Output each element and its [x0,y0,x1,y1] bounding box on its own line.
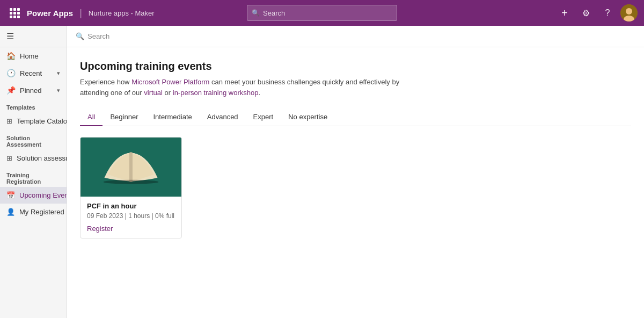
card-meta-pcf: 09 Feb 2023 | 1 hours | 0% full [87,212,175,220]
recent-chevron: ▾ [57,70,60,77]
grid-icon[interactable] [6,5,23,21]
topbar: Power Apps | Nurture apps - Maker 🔍 Sear… [0,0,644,26]
avatar[interactable] [620,4,638,21]
templates-section-label: Templates [0,99,67,113]
tab-beginner[interactable]: Beginner [103,109,145,126]
my-registered-events-icon: 👤 [6,208,15,216]
pinned-icon: 📌 [6,86,16,95]
tab-intermediate[interactable]: Intermediate [146,109,200,126]
sidebar-item-my-registered-events[interactable]: 👤 My Registered Events [0,204,67,220]
subtitle-link-in-person[interactable]: in-person training workshop [173,89,259,97]
page-title: Upcoming training events [80,60,631,73]
template-catalog-icon: ⊞ [6,117,12,125]
main-top-search[interactable]: 🔍 Search [67,26,644,47]
solution-section-label: Solution Assessment [0,129,67,150]
app-name: Power Apps [27,9,73,18]
tab-advanced[interactable]: Advanced [200,109,246,126]
tab-expert[interactable]: Expert [246,109,281,126]
sidebar-solution-label: Solution assessment [17,154,67,162]
main-content: 🔍 Search Upcoming training events Experi… [67,26,644,318]
page-subtitle: Experience how Microsoft Power Platform … [80,77,402,98]
sidebar-item-pinned[interactable]: 📌 Pinned ▾ [0,82,67,99]
main-search-placeholder: Search [87,32,109,40]
card-register-pcf[interactable]: Register [87,225,113,233]
sidebar-home-label: Home [20,52,39,60]
settings-icon[interactable]: ⚙ [577,4,595,21]
env-name: Nurture apps - Maker [89,9,155,17]
card-title-pcf: PCF in an hour [87,202,175,210]
recent-icon: 🕐 [6,69,16,77]
sidebar-upcoming-events-label: Upcoming Events [19,191,67,199]
topbar-search-box[interactable]: 🔍 Search [247,5,397,21]
card-body-pcf: PCF in an hour 09 Feb 2023 | 1 hours | 0… [80,197,181,238]
training-section-label: Training Registration [0,167,67,187]
add-button[interactable]: + [556,4,573,21]
pinned-chevron: ▾ [57,87,60,94]
topbar-right-actions: + ⚙ ? [556,4,638,21]
sidebar: ☰ 🏠 Home 🕐 Recent ▾ 📌 Pinned ▾ Templates… [0,26,67,318]
sidebar-item-solution-assessment[interactable]: ⊞ Solution assessment [0,150,67,167]
topbar-search-placeholder: Search [263,9,285,17]
tab-no-expertise[interactable]: No expertise [281,109,335,126]
svg-point-1 [626,8,632,15]
sidebar-item-home[interactable]: 🏠 Home [0,47,67,64]
subtitle-link-virtual[interactable]: virtual [144,89,163,97]
home-icon: 🏠 [6,52,16,60]
sidebar-pinned-label: Pinned [20,86,41,95]
sidebar-recent-label: Recent [20,69,42,77]
main-search-icon: 🔍 [76,32,84,40]
layout: ☰ 🏠 Home 🕐 Recent ▾ 📌 Pinned ▾ Templates… [0,26,644,318]
sidebar-template-catalog-label: Template Catalog [17,117,67,125]
topbar-separator: | [79,8,82,19]
svg-point-4 [104,180,159,184]
main-body: Upcoming training events Experience how … [67,47,644,251]
sidebar-my-events-label: My Registered Events [19,208,67,216]
help-icon[interactable]: ? [599,4,616,21]
search-icon: 🔍 [252,9,260,17]
upcoming-events-icon: 📅 [6,191,15,199]
sidebar-item-recent[interactable]: 🕐 Recent ▾ [0,64,67,82]
sidebar-top-row: ☰ [0,26,67,47]
cards-grid: PCF in an hour 09 Feb 2023 | 1 hours | 0… [80,137,631,238]
subtitle-link-platform[interactable]: Microsoft Power Platform [131,78,209,86]
card-image-pcf [80,138,181,197]
tabs-container: All Beginner Intermediate Advanced Exper… [80,109,631,126]
event-card-pcf[interactable]: PCF in an hour 09 Feb 2023 | 1 hours | 0… [80,137,182,238]
sidebar-item-upcoming-events[interactable]: 📅 Upcoming Events [0,187,67,204]
tab-all[interactable]: All [80,109,103,126]
sidebar-item-template-catalog[interactable]: ⊞ Template Catalog [0,113,67,129]
solution-assessment-icon: ⊞ [6,154,12,162]
hamburger-icon[interactable]: ☰ [6,31,14,41]
